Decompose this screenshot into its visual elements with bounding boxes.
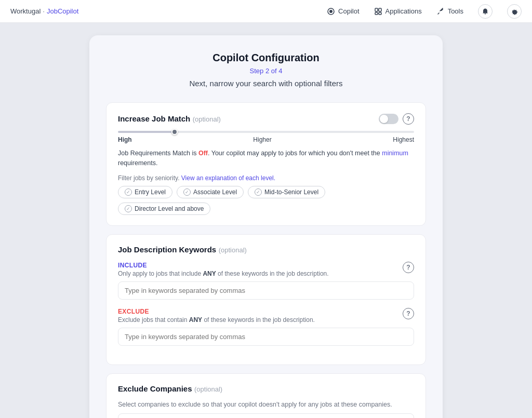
svg-rect-5: [379, 12, 381, 15]
include-keywords-input[interactable]: [118, 281, 414, 300]
seniority-associate-label: Associate Level: [193, 188, 237, 196]
page-header: Copilot Configuration Step 2 of 4 Next, …: [106, 52, 426, 88]
slider-label-higher: Higher: [253, 136, 271, 143]
svg-point-1: [329, 10, 332, 13]
job-match-toggle[interactable]: [379, 114, 398, 124]
seniority-associate[interactable]: ✓ Associate Level: [177, 186, 244, 198]
brand-jobcopilot: JobCopilot: [47, 7, 78, 15]
include-keywords-subsection: INCLUDE Only apply to jobs that include …: [118, 262, 414, 300]
job-match-status: Job Requirements Match is Off. Your copi…: [118, 149, 414, 168]
seniority-label: Filter jobs by seniority. View an explan…: [118, 174, 414, 182]
page-subtitle: Next, narrow your search with optional f…: [106, 79, 426, 88]
seniority-director-check: ✓: [125, 205, 132, 212]
slider-labels: High Higher Highest: [118, 136, 414, 143]
slider-label-high: High: [118, 136, 132, 143]
exclude-companies-section: Exclude Companies (optional) Select comp…: [106, 373, 426, 419]
notifications-button[interactable]: [478, 4, 493, 19]
seniority-explanation-link[interactable]: View an explanation of each level.: [181, 174, 275, 182]
exclude-companies-desc: Select companies to exclude so that your…: [118, 401, 414, 408]
exclude-desc: Exclude jobs that contain ANY of these k…: [118, 316, 315, 323]
include-header: INCLUDE Only apply to jobs that include …: [118, 262, 414, 281]
minimum-requirements-link[interactable]: minimum: [382, 150, 408, 157]
brand: Worktugal · JobCopilot: [10, 7, 78, 15]
increase-job-match-title: Increase Job Match (optional): [118, 114, 221, 124]
increase-job-match-header: Increase Job Match (optional) ?: [118, 113, 414, 125]
exclude-header: EXCLUDE Exclude jobs that contain ANY of…: [118, 308, 414, 328]
content-card: Copilot Configuration Step 2 of 4 Next, …: [89, 35, 443, 418]
applications-icon: [374, 7, 382, 16]
brand-separator: ·: [43, 7, 45, 15]
page-title: Copilot Configuration: [106, 52, 426, 64]
topnav-copilot[interactable]: Copilot: [327, 7, 359, 16]
exclude-keywords-input[interactable]: [118, 328, 414, 346]
svg-rect-3: [379, 8, 381, 11]
include-label: INCLUDE: [118, 262, 329, 269]
slider-track: [118, 131, 414, 133]
include-help-icon[interactable]: ?: [403, 262, 414, 273]
settings-button[interactable]: [507, 4, 522, 19]
topnav-copilot-label: Copilot: [338, 7, 359, 15]
topnav-applications[interactable]: Applications: [374, 7, 422, 16]
seniority-entry-label: Entry Level: [135, 188, 166, 196]
seniority-associate-check: ✓: [183, 188, 191, 196]
tools-icon: [436, 7, 445, 16]
increase-job-match-section: Increase Job Match (optional) ? High Hig…: [106, 102, 426, 226]
seniority-director[interactable]: ✓ Director Level and above: [118, 203, 210, 215]
seniority-entry-check: ✓: [125, 188, 132, 196]
exclude-companies-header: Exclude Companies (optional): [118, 384, 414, 394]
exclude-keywords-subsection: EXCLUDE Exclude jobs that contain ANY of…: [118, 308, 414, 346]
job-description-header: Job Description Keywords (optional): [118, 245, 414, 254]
main-container: Copilot Configuration Step 2 of 4 Next, …: [0, 23, 532, 418]
seniority-midsenior-check: ✓: [255, 188, 262, 196]
job-description-title: Job Description Keywords (optional): [118, 245, 247, 254]
slider-thumb: [171, 129, 178, 135]
include-desc: Only apply to jobs that include ANY of t…: [118, 270, 329, 277]
job-match-slider[interactable]: High Higher Highest: [118, 131, 414, 143]
seniority-midsenior-label: Mid-to-Senior Level: [264, 188, 318, 196]
brand-worktugal: Worktugal: [10, 7, 41, 15]
topnav-tools-label: Tools: [448, 7, 463, 15]
job-description-section: Job Description Keywords (optional) INCL…: [106, 234, 426, 365]
topnav-items: Copilot Applications Tools: [327, 4, 522, 19]
job-match-help-icon[interactable]: ?: [403, 113, 414, 125]
seniority-director-label: Director Level and above: [135, 205, 204, 212]
exclude-help-icon[interactable]: ?: [403, 308, 414, 319]
seniority-midsenior[interactable]: ✓ Mid-to-Senior Level: [248, 186, 325, 198]
topnav-tools[interactable]: Tools: [436, 7, 463, 16]
seniority-entry[interactable]: ✓ Entry Level: [118, 186, 172, 198]
slider-label-highest: Highest: [393, 136, 414, 143]
topnav: Worktugal · JobCopilot Copilot: [0, 0, 532, 23]
svg-rect-4: [375, 12, 378, 15]
topnav-applications-label: Applications: [385, 7, 422, 15]
seniority-pills: ✓ Entry Level ✓ Associate Level ✓ Mid-to…: [118, 186, 414, 215]
page-step: Step 2 of 4: [106, 67, 426, 75]
exclude-label: EXCLUDE: [118, 308, 315, 315]
svg-rect-2: [375, 8, 378, 11]
exclude-companies-input[interactable]: [118, 413, 414, 419]
copilot-icon: [327, 7, 335, 16]
exclude-companies-title: Exclude Companies (optional): [118, 384, 222, 394]
